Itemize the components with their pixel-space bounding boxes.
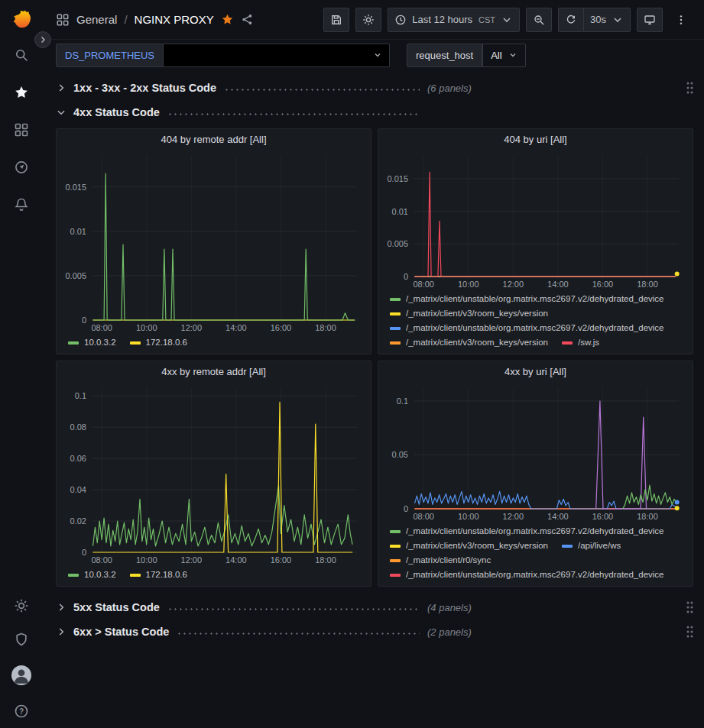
- help-icon[interactable]: ?: [14, 704, 29, 719]
- svg-text:0.1: 0.1: [397, 396, 408, 406]
- dashboard-title[interactable]: NGINX PROXY: [135, 13, 214, 26]
- save-dashboard-button[interactable]: [323, 8, 349, 32]
- legend-item[interactable]: /_matrix/client/unstable/org.matrix.msc2…: [390, 292, 664, 306]
- search-icon[interactable]: [14, 47, 29, 63]
- row-header-4xx[interactable]: 4xx Status Code: [56, 101, 693, 124]
- series-label: 10.0.3.2: [84, 335, 116, 350]
- timeseries-chart-4xx-by-uri[interactable]: 00.050.108:0010:0012:0014:0016:0018:00: [383, 382, 688, 523]
- svg-text:0: 0: [82, 548, 86, 557]
- series-color-swatch: [390, 530, 401, 533]
- series-label: 10.0.3.2: [84, 568, 116, 582]
- sidebar: ?: [0, 0, 42, 728]
- series-label: /_matrix/client/unstable/org.matrix.msc2…: [406, 321, 664, 335]
- dashboards-icon[interactable]: [14, 122, 29, 138]
- timeseries-chart-404-by-remote-addr[interactable]: 00.0050.010.01508:0010:0012:0014:0016:00…: [61, 150, 366, 334]
- chart-legend: 10.0.3.2172.18.0.6: [57, 566, 371, 586]
- star-icon[interactable]: [14, 85, 29, 100]
- panel-title[interactable]: 404 by remote addr [All]: [57, 129, 371, 150]
- kebab-menu-button[interactable]: [669, 8, 693, 32]
- request-host-variable-label[interactable]: request_host: [407, 44, 482, 67]
- legend-item[interactable]: 10.0.3.2: [68, 568, 116, 582]
- request-host-variable-dropdown[interactable]: All: [482, 44, 525, 67]
- row-dots-leader: [224, 89, 420, 91]
- request-host-variable-value: All: [491, 50, 501, 61]
- panel-404-by-remote-addr: 404 by remote addr [All] 00.0050.010.015…: [56, 128, 371, 354]
- panel-title[interactable]: 4xx by remote addr [All]: [57, 361, 371, 382]
- grafana-app: ? General / NGINX PROXY: [0, 0, 704, 728]
- legend-item[interactable]: /sw.js: [562, 335, 599, 350]
- legend-item[interactable]: /_matrix/client/unstable/org.matrix.msc2…: [390, 568, 664, 582]
- refresh-interval-dropdown[interactable]: 30s: [583, 8, 631, 32]
- grafana-logo-icon[interactable]: [10, 8, 33, 31]
- row-drag-handle-icon[interactable]: [686, 625, 693, 639]
- legend-item[interactable]: /_matrix/client/v3/room_keys/version: [390, 539, 548, 553]
- row-dots-leader: [167, 608, 420, 610]
- legend-item[interactable]: /_matrix/client/v3/room_keys/version: [390, 335, 548, 350]
- legend-item[interactable]: 172.18.0.6: [130, 568, 187, 582]
- row-header-6xx[interactable]: 6xx > Status Code (2 panels): [56, 620, 693, 643]
- datasource-variable-dropdown[interactable]: [164, 44, 390, 67]
- alerting-bell-icon[interactable]: [14, 197, 29, 212]
- toolbar-actions: Last 12 hours CST 30s: [323, 8, 693, 32]
- refresh-button[interactable]: [558, 8, 583, 32]
- svg-text:0: 0: [404, 504, 408, 513]
- legend-item[interactable]: /_matrix/client/unstable/org.matrix.msc2…: [390, 321, 664, 335]
- legend-item[interactable]: /_matrix/client/r0/sync: [390, 553, 491, 568]
- timeseries-chart-4xx-by-remote-addr[interactable]: 00.020.040.060.080.108:0010:0012:0014:00…: [61, 382, 366, 566]
- clock-icon: [394, 14, 407, 26]
- panel-4xx-by-remote-addr: 4xx by remote addr [All] 00.020.040.060.…: [56, 361, 371, 587]
- panels-grid: 404 by remote addr [All] 00.0050.010.015…: [56, 128, 693, 587]
- svg-text:14:00: 14:00: [547, 512, 569, 521]
- series-label: /_matrix/client/unstable/org.matrix.msc2…: [406, 292, 664, 306]
- row-drag-handle-icon[interactable]: [686, 81, 693, 95]
- timeseries-chart-404-by-uri[interactable]: 00.0050.010.01508:0010:0012:0014:0016:00…: [383, 150, 688, 290]
- settings-gear-icon[interactable]: [14, 598, 29, 613]
- svg-text:0.01: 0.01: [392, 207, 408, 216]
- explore-compass-icon[interactable]: [14, 160, 29, 175]
- sidebar-expand-button[interactable]: [34, 31, 51, 48]
- row-title: 5xx Status Code: [73, 601, 160, 613]
- favorite-star-icon[interactable]: [221, 13, 234, 26]
- panel-title[interactable]: 4xx by uri [All]: [378, 361, 693, 382]
- panel-title[interactable]: 404 by uri [All]: [378, 129, 693, 150]
- legend-item[interactable]: /api/live/ws: [562, 539, 621, 553]
- svg-text:10:00: 10:00: [458, 512, 479, 521]
- zoom-out-button[interactable]: [526, 8, 552, 32]
- svg-text:0.01: 0.01: [70, 227, 86, 236]
- row-dots-leader: [167, 113, 420, 115]
- series-color-swatch: [68, 341, 79, 345]
- series-label: /_matrix/client/r0/sync: [406, 553, 491, 568]
- series-color-swatch: [562, 341, 573, 345]
- server-admin-shield-icon[interactable]: [14, 632, 29, 647]
- legend-item[interactable]: /_matrix/client/unstable/org.matrix.msc2…: [390, 524, 664, 539]
- svg-text:0.1: 0.1: [75, 391, 86, 400]
- datasource-variable-label[interactable]: DS_PROMETHEUS: [56, 44, 164, 67]
- share-icon[interactable]: [241, 13, 254, 26]
- row-header-5xx[interactable]: 5xx Status Code (4 panels): [56, 596, 693, 619]
- legend-item[interactable]: 172.18.0.6: [130, 335, 187, 350]
- breadcrumb-section[interactable]: General: [76, 13, 117, 26]
- svg-text:14:00: 14:00: [547, 280, 569, 289]
- svg-text:08:00: 08:00: [413, 280, 434, 289]
- chart-legend: /_matrix/client/unstable/org.matrix.msc2…: [378, 290, 693, 354]
- main-area: General / NGINX PROXY Last 12 hours CST: [42, 0, 704, 728]
- svg-text:12:00: 12:00: [503, 512, 524, 521]
- svg-text:12:00: 12:00: [181, 323, 203, 332]
- svg-text:18:00: 18:00: [315, 555, 336, 565]
- tv-mode-button[interactable]: [637, 8, 663, 32]
- legend-item[interactable]: /_matrix/client/v3/room_keys/version: [390, 306, 548, 321]
- time-range-picker[interactable]: Last 12 hours CST: [388, 8, 520, 32]
- user-avatar[interactable]: [11, 665, 31, 685]
- svg-text:0.05: 0.05: [392, 450, 408, 459]
- row-header-1xx-3xx-2xx[interactable]: 1xx - 3xx - 2xx Status Code (6 panels): [56, 76, 693, 99]
- svg-text:18:00: 18:00: [637, 512, 658, 521]
- svg-text:18:00: 18:00: [315, 323, 336, 332]
- apps-grid-icon: [56, 13, 70, 27]
- dashboard-settings-button[interactable]: [355, 8, 381, 32]
- svg-text:08:00: 08:00: [91, 323, 112, 332]
- row-drag-handle-icon[interactable]: [686, 600, 693, 614]
- svg-text:0.015: 0.015: [387, 174, 408, 183]
- panel-4xx-by-uri: 4xx by uri [All] 00.050.108:0010:0012:00…: [378, 361, 693, 587]
- series-color-swatch: [390, 559, 401, 562]
- legend-item[interactable]: 10.0.3.2: [68, 335, 116, 350]
